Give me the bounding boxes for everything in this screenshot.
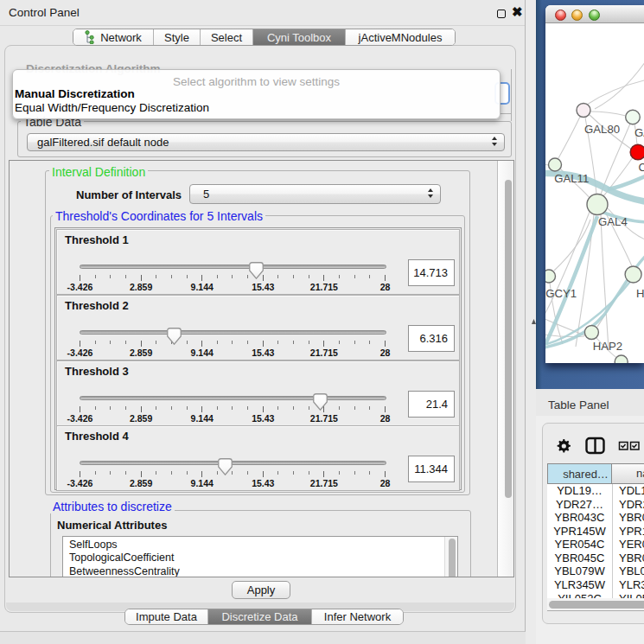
- svg-text:GA: GA: [634, 126, 644, 139]
- svg-text:GCY1: GCY1: [545, 287, 577, 300]
- svg-text:HIS: HIS: [636, 287, 644, 300]
- svg-text:GAL80: GAL80: [584, 123, 620, 136]
- svg-text:CY: CY: [639, 161, 644, 174]
- svg-text:GAL4: GAL4: [598, 215, 628, 228]
- svg-text:HAP2: HAP2: [593, 340, 622, 353]
- svg-text:GAL11: GAL11: [554, 172, 589, 185]
